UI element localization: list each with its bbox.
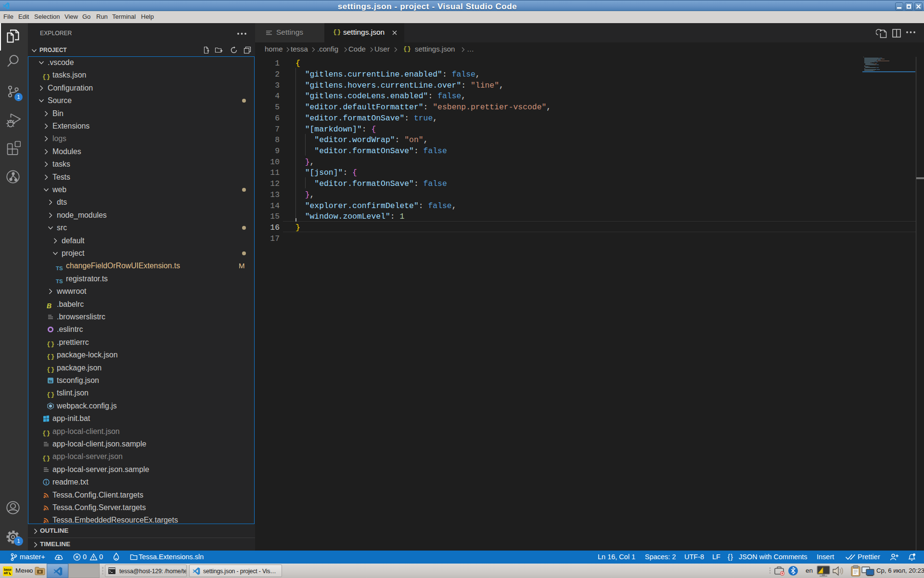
svg-text:ts: ts bbox=[49, 379, 52, 383]
svg-text:alt: alt bbox=[4, 571, 8, 575]
svg-text:base: base bbox=[4, 568, 12, 571]
